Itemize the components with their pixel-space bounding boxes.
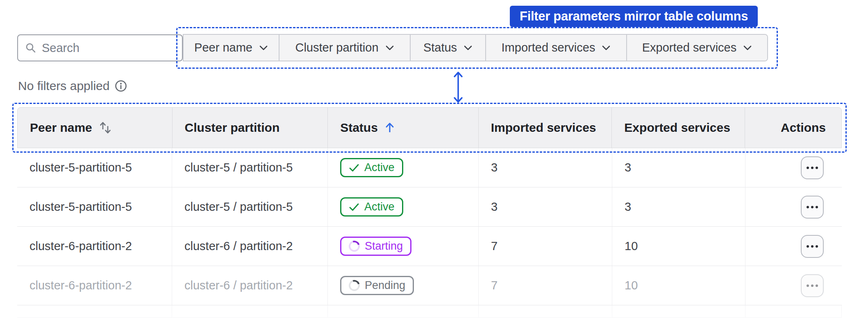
annotation-callout-label: Filter parameters mirror table columns — [520, 9, 748, 24]
filter-label: Imported services — [502, 41, 595, 54]
cell-status: Active — [328, 148, 479, 187]
cell-peer-name: cluster-5-partition-5 — [17, 187, 172, 226]
search-icon — [25, 43, 42, 53]
cell-exported-services: 10 — [612, 227, 745, 266]
cell-exported-services: 3 — [612, 187, 745, 226]
filter-status[interactable]: Status — [411, 35, 486, 61]
search-box — [17, 34, 183, 61]
column-label: Status — [340, 121, 378, 135]
status-label: Pending — [365, 279, 405, 292]
status-badge: Starting — [340, 237, 411, 256]
column-header-status[interactable]: Status — [328, 108, 479, 148]
cell-imported-services: 3 — [479, 148, 612, 187]
mirror-arrow — [452, 70, 465, 106]
column-label: Cluster partition — [185, 121, 280, 135]
cell-status: Starting — [328, 227, 479, 266]
filter-imported-services[interactable]: Imported services — [486, 35, 627, 61]
cell-cluster-partition: cluster-5 / partition-5 — [172, 187, 328, 226]
column-header-peer-name[interactable]: Peer name — [18, 108, 173, 148]
info-icon[interactable] — [114, 79, 127, 93]
filter-label: Peer name — [194, 41, 252, 54]
search-input[interactable] — [42, 41, 175, 55]
page: Filter parameters mirror table columns P… — [0, 0, 868, 334]
cell-actions — [745, 266, 842, 305]
spinner-icon — [349, 280, 360, 291]
status-badge: Pending — [340, 276, 414, 295]
status-label: Starting — [365, 240, 403, 253]
ellipsis-icon — [807, 245, 809, 248]
filter-exported-services[interactable]: Exported services — [627, 35, 767, 61]
filter-label: Cluster partition — [295, 41, 378, 54]
cell-imported-services: 3 — [479, 187, 612, 226]
cell-imported-services: 7 — [479, 266, 612, 305]
filter-cluster-partition[interactable]: Cluster partition — [279, 35, 411, 61]
chevron-down-icon — [385, 45, 394, 51]
sort-both-icon — [99, 121, 112, 135]
table-row: cluster-6-partition-2 cluster-6 / partit… — [17, 266, 842, 305]
bottom-fade — [0, 312, 868, 334]
spinner-icon — [349, 241, 360, 252]
table-header-row: Peer name Cluster partition Status — [17, 107, 842, 148]
column-header-actions: Actions — [745, 108, 841, 148]
status-badge: Active — [340, 158, 403, 177]
check-icon — [349, 163, 359, 172]
filter-label: Status — [423, 41, 457, 54]
column-label: Actions — [781, 121, 826, 135]
cell-actions — [745, 187, 842, 226]
column-header-imported-services[interactable]: Imported services — [479, 108, 612, 148]
column-label: Imported services — [491, 121, 596, 135]
cell-status: Pending — [328, 266, 479, 305]
cell-imported-services: 7 — [479, 227, 612, 266]
sort-ascending-icon — [384, 122, 395, 134]
status-label: Active — [364, 161, 395, 174]
status-badge: Active — [340, 197, 403, 217]
column-label: Peer name — [30, 121, 92, 135]
annotation-callout: Filter parameters mirror table columns — [510, 6, 758, 27]
cell-actions — [745, 227, 842, 266]
table-row: cluster-6-partition-2 cluster-6 / partit… — [17, 227, 842, 266]
ellipsis-icon — [807, 167, 809, 169]
cell-cluster-partition: cluster-6 / partition-2 — [172, 227, 328, 266]
chevron-down-icon — [743, 45, 752, 51]
table-row: cluster-5-partition-5 cluster-5 / partit… — [17, 187, 842, 227]
cell-exported-services: 3 — [612, 148, 745, 187]
cell-actions — [745, 148, 842, 187]
column-header-cluster-partition[interactable]: Cluster partition — [173, 108, 328, 148]
chevron-down-icon — [259, 45, 268, 51]
column-header-exported-services[interactable]: Exported services — [612, 108, 745, 148]
no-filters-label: No filters applied — [18, 79, 109, 93]
peers-table: Peer name Cluster partition Status — [17, 107, 842, 318]
filter-label: Exported services — [642, 41, 737, 54]
cell-exported-services: 10 — [612, 266, 745, 305]
cell-cluster-partition: cluster-5 / partition-5 — [172, 148, 328, 187]
row-actions-button[interactable] — [801, 274, 824, 297]
filter-status-text: No filters applied — [18, 79, 127, 93]
cell-peer-name: cluster-6-partition-2 — [17, 227, 172, 266]
cell-status: Active — [328, 187, 479, 226]
filter-bar: Peer name Cluster partition Status Impor… — [183, 34, 768, 61]
column-label: Exported services — [624, 121, 730, 135]
row-actions-button[interactable] — [801, 235, 824, 258]
filter-peer-name[interactable]: Peer name — [184, 35, 279, 61]
chevron-down-icon — [464, 45, 473, 51]
ellipsis-icon — [807, 284, 809, 287]
status-label: Active — [364, 201, 395, 213]
row-actions-button[interactable] — [801, 156, 824, 179]
cell-peer-name: cluster-5-partition-5 — [17, 148, 172, 187]
check-icon — [349, 203, 359, 212]
table-row: cluster-5-partition-5 cluster-5 / partit… — [17, 148, 842, 187]
chevron-down-icon — [602, 45, 611, 51]
ellipsis-icon — [807, 206, 809, 208]
cell-cluster-partition: cluster-6 / partition-2 — [172, 266, 328, 305]
cell-peer-name: cluster-6-partition-2 — [17, 266, 172, 305]
row-actions-button[interactable] — [801, 196, 824, 219]
